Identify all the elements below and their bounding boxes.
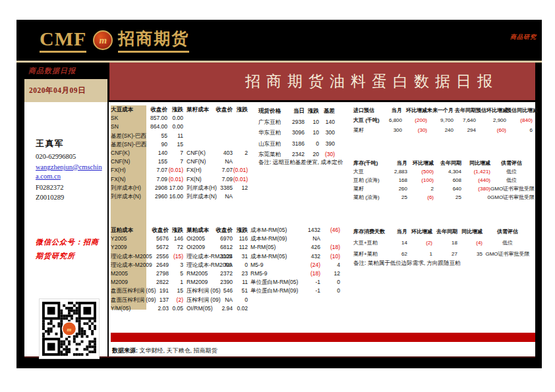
table-header-cell: 豆粕成本 [111,226,146,235]
table-cell: (500) [407,167,434,176]
table-cell: 2798 [146,269,169,278]
table-cell: Y2009 [111,243,146,252]
table-cell: 到岸成本(H) [111,184,146,192]
table-header-cell: 同比增减 [457,226,482,237]
table-cell: 7 [167,157,183,166]
table-cell: 16.00 [167,192,183,201]
table-cell: (30) [402,125,427,135]
sidebar: 王真军 020-62996805 wangzhenjun@cmschina.co… [24,102,107,356]
table-cell: 成本M-RM(05) [250,226,298,235]
table-cell: 1432 [298,226,320,235]
table-cell: 菜粕 (沿海) [353,193,385,202]
table-cell: 116 [233,235,248,243]
table-cell: 6 [506,125,533,135]
table-cell: 90 [146,140,167,149]
table-cell: M2005 [111,269,146,278]
table-cell: 6812 [213,243,233,252]
table-cell: 1 [169,278,183,287]
table-cell: 理论成本-RM2005 [187,252,213,261]
table-cell: (440) [461,176,490,184]
table-cell: 25 [385,193,407,202]
table-cell: 10 [305,117,319,128]
table-header-cell: 当月 [389,226,407,237]
table-cell: 640 [434,184,461,193]
table-cell: 7 [167,149,183,157]
table-cell: 低位 [490,176,533,184]
table-cell [187,123,213,131]
table-cell [320,235,340,243]
cmf-monogram-letter: m [99,36,107,45]
table-cell [233,114,248,123]
table-cell: 成本M-RM(05) [250,252,298,261]
table-cell [187,114,213,123]
table-cell: 到岸成本(H) [187,184,213,192]
table-cell: (200) [402,115,427,125]
table-header-cell: 当月 [382,105,402,115]
table-cell: 390 [319,138,335,150]
table-cell: 23 [233,269,248,278]
table-cell [213,132,233,140]
table-header-cell: 同比增减 [461,159,490,167]
table-cell: (0.01) [233,166,248,175]
table-cell: 0.02 [233,304,248,313]
table-cell: OI2009 [187,243,213,252]
table-cell: 2 [233,149,248,157]
table-cell: 300 [382,125,402,135]
table-cell: 6,800 [382,115,402,125]
table-cell: 403 [213,149,233,157]
cmf-logo-text: CMF [40,28,86,53]
table-cell: 0 [320,278,340,287]
table-cell: 72 [169,243,183,252]
table-cell: 华东豆粕 [258,127,285,138]
table-cell: 0 [233,296,248,304]
table-cell: 0.00 [167,123,183,131]
analyst-name: 王真军 [36,138,107,150]
table-cell: (380) [461,184,490,193]
table-cell: 25 [434,193,461,202]
table-header-cell: 涨跌 [167,105,183,114]
table-header-cell: 环比增减 [407,159,434,167]
table-header-cell: 去年同期 [453,105,476,115]
table-cell: 112 [233,243,248,252]
table-cell: RM2005 [187,269,213,278]
date-box: 2020年04月09日 [24,79,107,102]
table-cell: 菜籽 [353,125,382,135]
table-cell: (60) [476,125,506,135]
table-cell: (0.01) [167,175,183,184]
analyst-email-link[interactable]: wangzhenjun@cmschina.com.cn [36,163,104,181]
table-cell: 菜籽+菜粕 [353,248,389,260]
table-cell: NA [298,235,320,243]
table-header-cell: 供需评估 [490,159,533,167]
table-cell: -1 [298,287,320,295]
table-header-cell: 涨跌 [233,226,248,235]
table-cell: RM2009 [187,278,213,287]
table-cell: 857.00 [146,114,167,123]
table-header-cell: 进口预估 [353,105,382,115]
table-cell: 2822 [146,278,169,287]
table-header-cell: 预估同比增减 [506,105,533,115]
table-cell: 成本M-RM(09) [250,235,298,243]
title-banner: 招商期货油料蛋白数据日报 [109,63,535,100]
table-cell: (100) [407,176,434,184]
research-dept-label: 商品研究 [510,33,537,42]
table-cell: 9,700 [427,115,453,125]
table-cell: FX(H) [111,166,146,175]
table-cell: OI2005 [187,235,213,243]
table-cell: (0.01) [167,166,183,175]
table-cell: FX(N) [187,175,213,184]
table-cell: 5 [169,269,183,278]
spot-price-note: 备注: 远期豆粕基差便宜, 成本定价 [258,159,343,167]
table-cell: 0.00 [167,114,183,123]
table-cell: 3096 [285,127,305,138]
table-cell [233,123,248,131]
table-cell [233,140,248,149]
table-cell: (2) [407,237,432,248]
cert-number-1: F0282372 [36,184,107,191]
table-cell: 17.00 [167,184,183,192]
table-cell: CNF(N) [187,157,213,166]
table-cell: (46) [320,226,340,235]
table-cell: (10) [320,252,340,261]
table-header-cell: 库存(千吨) [353,159,385,167]
table-cell: NA [213,157,233,166]
table-cell: 7.09 [146,175,167,184]
